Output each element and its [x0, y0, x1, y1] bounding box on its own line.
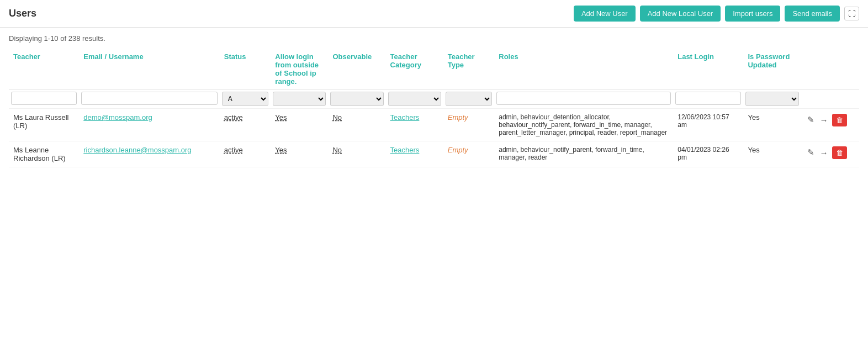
filter-category-select[interactable] [388, 92, 441, 106]
teacher-type-value: Empty [448, 113, 468, 122]
filter-login-input[interactable] [675, 92, 741, 105]
col-header-password-updated: Is Password Updated [743, 49, 801, 89]
cell-teacher-type: Empty [443, 109, 495, 141]
cell-password-updated: Yes [743, 141, 801, 167]
filter-roles [494, 89, 673, 109]
observable-value: No [332, 113, 342, 122]
teacher-category-value[interactable]: Teachers [390, 113, 420, 122]
filter-observable-select[interactable]: Yes No [330, 92, 383, 106]
filter-email [79, 89, 220, 109]
add-new-local-user-button[interactable]: Add New Local User [640, 6, 721, 22]
col-header-status: Status [220, 49, 271, 89]
edit-button[interactable]: ✎ [806, 113, 816, 126]
cell-teacher: Ms Laura Russell (LR) [9, 109, 79, 141]
filter-teacher [9, 89, 79, 109]
page-title: Users [9, 8, 36, 19]
teacher-category-value[interactable]: Teachers [390, 146, 420, 154]
cell-last-login: 04/01/2023 02:26 pm [673, 141, 743, 167]
filter-status: A I [220, 89, 271, 109]
delete-button[interactable]: 🗑 [832, 146, 847, 159]
col-header-last-login: Last Login [673, 49, 743, 89]
table-row: Ms Leanne Richardson (LR) richardson.lea… [9, 141, 859, 167]
cell-allow-login: Yes [271, 109, 328, 141]
email-link[interactable]: demo@mosspam.org [83, 113, 152, 122]
col-header-email[interactable]: Email / Username [79, 49, 220, 89]
filter-actions-empty [801, 89, 859, 109]
email-link[interactable]: richardson.leanne@mosspam.org [83, 146, 191, 154]
cell-status: active [220, 141, 271, 167]
cell-email: richardson.leanne@mosspam.org [79, 141, 220, 167]
filter-category [386, 89, 443, 109]
cell-status: active [220, 109, 271, 141]
col-header-teacher-category: Teacher Category [386, 49, 443, 89]
filter-login [673, 89, 743, 109]
delete-button[interactable]: 🗑 [832, 114, 847, 126]
login-as-button[interactable]: → [818, 146, 830, 159]
cell-teacher-category: Teachers [386, 109, 443, 141]
filter-row: A I Yes No Yes No [9, 89, 859, 109]
allow-login-value: Yes [275, 146, 287, 154]
col-header-observable: Observable [328, 49, 385, 89]
filter-teacher-input[interactable] [11, 92, 77, 105]
top-bar: Users Add New User Add New Local User Im… [0, 0, 868, 28]
filter-status-select[interactable]: A I [222, 92, 269, 106]
filter-type-select[interactable] [446, 92, 493, 106]
cell-last-login: 12/06/2023 10:57 am [673, 109, 743, 141]
main-content: Displaying 1-10 of 238 results. Teacher … [0, 28, 868, 174]
filter-observable: Yes No [328, 89, 385, 109]
cell-password-updated: Yes [743, 109, 801, 141]
import-users-button[interactable]: Import users [725, 6, 780, 22]
expand-button[interactable]: ⛶ [844, 7, 859, 20]
cell-actions: ✎ → 🗑 [801, 109, 859, 141]
cell-actions: ✎ → 🗑 [801, 141, 859, 167]
cell-allow-login: Yes [271, 141, 328, 167]
col-header-roles: Roles [494, 49, 673, 89]
teacher-type-value: Empty [448, 146, 468, 154]
filter-allow-select[interactable]: Yes No [273, 92, 326, 106]
cell-observable: No [328, 109, 385, 141]
allow-login-value: Yes [275, 113, 287, 122]
col-header-actions [801, 49, 859, 89]
add-new-user-button[interactable]: Add New User [574, 6, 636, 22]
col-header-teacher[interactable]: Teacher [9, 49, 79, 89]
cell-observable: No [328, 141, 385, 167]
col-header-teacher-type[interactable]: Teacher Type [443, 49, 495, 89]
result-count: Displaying 1-10 of 238 results. [9, 34, 859, 43]
col-header-allow-login[interactable]: Allow login from outside of School ip ra… [271, 49, 328, 89]
observable-value: No [332, 146, 342, 154]
cell-roles: admin, behaviour_notify_parent, forward_… [494, 141, 673, 167]
table-row: Ms Laura Russell (LR) demo@mosspam.org a… [9, 109, 859, 141]
filter-allow: Yes No [271, 89, 328, 109]
cell-teacher-category: Teachers [386, 141, 443, 167]
cell-email: demo@mosspam.org [79, 109, 220, 141]
cell-roles: admin, behaviour_detention_allocator, be… [494, 109, 673, 141]
edit-button[interactable]: ✎ [806, 146, 816, 159]
filter-password: Yes No [743, 89, 801, 109]
login-as-button[interactable]: → [818, 114, 830, 126]
cell-teacher: Ms Leanne Richardson (LR) [9, 141, 79, 167]
table-header-row: Teacher Email / Username Status Allow lo… [9, 49, 859, 89]
filter-type [443, 89, 495, 109]
filter-password-select[interactable]: Yes No [745, 92, 798, 106]
status-badge: active [224, 146, 243, 154]
filter-roles-input[interactable] [496, 92, 671, 105]
send-emails-button[interactable]: Send emails [785, 6, 840, 22]
top-bar-actions: Add New User Add New Local User Import u… [574, 6, 859, 22]
status-badge: active [224, 113, 243, 122]
filter-email-input[interactable] [81, 92, 218, 105]
cell-teacher-type: Empty [443, 141, 495, 167]
users-table: Teacher Email / Username Status Allow lo… [9, 49, 859, 167]
